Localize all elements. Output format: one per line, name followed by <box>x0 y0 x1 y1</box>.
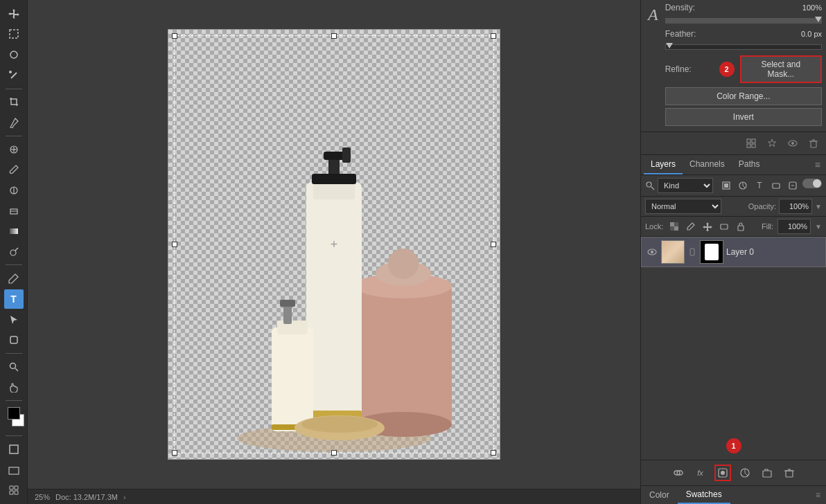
add-mask-btn[interactable] <box>714 465 731 481</box>
right-panel: A Density: 100% Feather: 0.0 px <box>640 0 826 504</box>
font-icon: A <box>645 3 661 27</box>
handle-bottom-right[interactable] <box>491 450 496 456</box>
tool-eraser[interactable] <box>4 201 24 221</box>
tool-text[interactable]: T <box>4 289 24 309</box>
tab-swatches[interactable]: Swatches <box>678 486 730 504</box>
color-tabs: Color Swatches ≡ <box>641 485 826 504</box>
handle-top-middle[interactable] <box>331 33 337 39</box>
feather-slider-thumb[interactable] <box>666 43 673 48</box>
divider-3 <box>6 264 22 265</box>
svg-rect-14 <box>10 336 17 343</box>
tool-move[interactable] <box>4 4 24 24</box>
lock-checkerboard[interactable] <box>667 219 681 233</box>
svg-rect-11 <box>10 228 18 234</box>
trash-icon-top[interactable] <box>805 135 822 152</box>
status-arrow[interactable]: › <box>123 493 126 501</box>
tab-paths[interactable]: Paths <box>732 155 767 174</box>
lock-artboard[interactable] <box>717 219 731 233</box>
fx-btn[interactable]: fx <box>692 465 709 481</box>
grid-icon[interactable] <box>743 135 759 152</box>
select-mask-button[interactable]: Select and Mask... <box>740 55 822 83</box>
tool-artboard[interactable] <box>4 480 24 500</box>
zoom-level: 25% <box>35 493 50 501</box>
color-range-button[interactable]: Color Range... <box>665 87 822 105</box>
handle-bottom-left[interactable] <box>172 450 177 456</box>
lock-lock[interactable] <box>734 219 748 233</box>
handle-top-left[interactable] <box>172 33 177 39</box>
tool-gradient[interactable] <box>4 222 24 241</box>
svg-point-44 <box>791 142 794 145</box>
blend-mode-select[interactable]: Normal <box>645 199 721 214</box>
divider-4 <box>6 353 22 354</box>
invert-button[interactable]: Invert <box>665 108 822 126</box>
tool-pen[interactable] <box>4 269 24 288</box>
foreground-color[interactable] <box>8 407 20 420</box>
filter-type-icon[interactable]: T <box>753 179 766 192</box>
filter-smart-icon[interactable] <box>786 179 800 192</box>
filter-shape-icon[interactable] <box>769 179 783 192</box>
layers-tabs: Layers Channels Paths ≡ <box>641 155 826 175</box>
handle-middle-left[interactable] <box>172 242 177 247</box>
tab-channels[interactable]: Channels <box>683 155 732 174</box>
tool-shape[interactable] <box>4 330 24 350</box>
color-panel-menu[interactable]: ≡ <box>810 487 826 503</box>
tool-clone[interactable] <box>4 181 24 200</box>
svg-rect-17 <box>10 445 18 453</box>
tool-zoom[interactable] <box>4 357 24 377</box>
tool-frame[interactable] <box>4 460 24 480</box>
handle-top-right[interactable] <box>491 33 496 39</box>
svg-rect-58 <box>674 222 678 226</box>
refine-badge: 2 <box>719 62 735 77</box>
product-illustration <box>195 99 473 459</box>
feather-row: Feather: 0.0 px <box>665 29 822 39</box>
layer-item-0[interactable]: Layer 0 <box>641 237 826 267</box>
group-layers-btn[interactable] <box>759 465 775 481</box>
svg-rect-40 <box>752 139 755 143</box>
svg-line-16 <box>15 368 18 371</box>
tool-brush[interactable] <box>4 160 24 179</box>
lock-move[interactable] <box>701 219 714 233</box>
tool-hand[interactable] <box>4 378 24 397</box>
delete-layer-btn[interactable] <box>781 465 798 481</box>
density-row: Density: 100% <box>665 3 822 12</box>
tool-healing[interactable] <box>4 140 24 159</box>
tool-crop[interactable] <box>4 92 24 111</box>
divider-1 <box>6 89 22 89</box>
tool-eyedropper[interactable] <box>4 113 24 132</box>
tool-screen-mode[interactable] <box>4 440 24 459</box>
opacity-arrow[interactable]: ▼ <box>815 203 822 210</box>
lock-brush[interactable] <box>684 219 698 233</box>
tab-layers[interactable]: Layers <box>644 155 683 174</box>
filter-kind-select[interactable]: Kind <box>658 178 713 193</box>
filter-toggle[interactable] <box>802 179 822 188</box>
density-slider-thumb[interactable] <box>815 17 822 22</box>
tool-path-select[interactable] <box>4 310 24 330</box>
layer-filter-row: Kind T <box>641 175 826 197</box>
eye-icon[interactable] <box>784 135 801 152</box>
tab-color[interactable]: Color <box>641 487 678 503</box>
canvas-container[interactable]: + <box>28 0 640 489</box>
filter-adjustment-icon[interactable] <box>736 179 750 192</box>
layer-mask-thumbnail[interactable] <box>700 240 723 264</box>
tool-dodge[interactable] <box>4 242 24 262</box>
lock-row: Lock: Fill: ▼ <box>641 217 826 237</box>
svg-rect-57 <box>674 226 678 231</box>
lock-icons <box>667 219 748 233</box>
adjustment-layer-btn[interactable] <box>737 465 753 481</box>
layer-visibility-toggle[interactable] <box>646 246 658 258</box>
density-slider-fill <box>666 19 821 23</box>
feather-label: Feather: <box>665 29 714 39</box>
divider-5 <box>6 400 22 401</box>
fill-arrow[interactable]: ▼ <box>815 223 822 231</box>
filter-pixel-icon[interactable] <box>719 179 733 192</box>
opacity-input[interactable] <box>779 199 812 214</box>
handle-middle-right[interactable] <box>491 242 496 247</box>
star-icon[interactable] <box>764 135 780 152</box>
tool-lasso[interactable] <box>4 45 24 64</box>
fill-input[interactable] <box>777 219 811 234</box>
link-layers-btn[interactable] <box>670 465 687 481</box>
tool-magic-wand[interactable] <box>4 66 24 85</box>
layers-menu-button[interactable]: ≡ <box>809 156 826 173</box>
quick-icons-row <box>641 132 826 155</box>
tool-marquee[interactable] <box>4 25 24 44</box>
